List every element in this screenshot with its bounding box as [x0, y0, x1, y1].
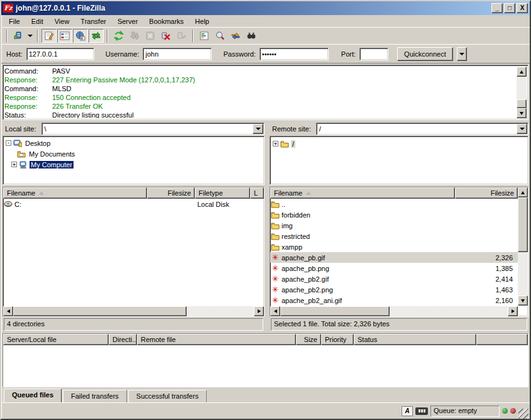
column-header-filetype[interactable]: Filetype [195, 187, 250, 199]
remote-vertical-scrollbar[interactable] [518, 187, 528, 306]
close-button[interactable]: X [517, 3, 528, 13]
log-line-text: Directory listing successful [52, 111, 134, 118]
local-site-combobox[interactable]: \ [41, 123, 265, 135]
minimize-button[interactable]: _ [491, 3, 503, 13]
combo-dropdown-icon[interactable] [517, 124, 527, 134]
toggle-local-tree-icon[interactable] [57, 29, 72, 43]
menu-edit[interactable]: Edit [26, 16, 48, 26]
column-header-filesize[interactable]: Filesize [455, 187, 518, 199]
tab-successful-transfers[interactable]: Successful transfers [128, 390, 207, 402]
scroll-right-icon[interactable] [254, 306, 264, 316]
transfer-type-indicator-icon[interactable]: A [402, 406, 413, 416]
remote-file-list: Filename Filesize .. forbidden [270, 187, 528, 331]
expand-icon[interactable]: + [273, 141, 278, 146]
tree-item-desktop[interactable]: - Desktop [6, 138, 264, 148]
find-files-icon[interactable] [244, 29, 259, 43]
expand-icon[interactable]: + [11, 162, 17, 167]
scroll-down-icon[interactable] [518, 296, 528, 306]
file-row[interactable]: restricted [270, 231, 518, 241]
folder-icon [271, 243, 280, 251]
menu-help[interactable]: Help [190, 16, 214, 26]
scroll-down-icon[interactable] [517, 108, 527, 118]
remote-horizontal-scrollbar[interactable] [270, 306, 518, 316]
synchronized-browsing-icon[interactable] [228, 29, 243, 43]
disconnect-icon[interactable] [158, 29, 173, 43]
file-row[interactable]: .. [270, 199, 518, 209]
username-input[interactable] [143, 48, 212, 60]
file-row[interactable]: forbidden [270, 209, 518, 220]
column-header-status[interactable]: Status [354, 334, 476, 345]
refresh-icon[interactable] [111, 29, 126, 43]
scroll-thumb[interactable] [517, 99, 527, 108]
queue-size-text: Queue: empty [430, 406, 500, 417]
toggle-remote-tree-icon[interactable] [73, 29, 88, 43]
directory-filters-icon[interactable] [197, 29, 212, 43]
port-input[interactable] [359, 48, 388, 60]
column-header-server-local-file[interactable]: Server/Local file [3, 334, 109, 345]
tab-failed-transfers[interactable]: Failed transfers [63, 390, 127, 402]
file-row[interactable]: ✳ apache_pb2_ani.gif 2,160 [270, 295, 518, 306]
file-row-c-drive[interactable]: C: Local Disk [3, 199, 264, 209]
file-name: C: [13, 201, 146, 208]
scroll-thumb[interactable] [280, 306, 390, 316]
toggle-message-log-icon[interactable] [41, 29, 57, 43]
file-name: apache_pb.png [280, 265, 457, 272]
cancel-operation-icon[interactable] [143, 29, 158, 43]
resize-grip[interactable] [518, 409, 528, 419]
column-header-remote-file[interactable]: Remote file [137, 334, 296, 345]
log-line-label: Response: [4, 75, 52, 84]
file-row[interactable]: img [270, 220, 518, 231]
remote-site-value: / [317, 125, 517, 133]
scroll-left-icon[interactable] [3, 306, 13, 316]
compare-directories-icon[interactable] [212, 29, 227, 43]
tree-item-my-documents[interactable]: My Documents [6, 148, 264, 159]
column-header-last-modified[interactable]: L [250, 187, 264, 199]
remote-site-combobox[interactable]: / [316, 123, 528, 135]
status-bar: A Queue: empty [1, 402, 530, 419]
file-row[interactable]: ✳ apache_pb.png 1,385 [270, 263, 518, 274]
scroll-thumb[interactable] [13, 306, 187, 316]
password-input[interactable] [260, 48, 329, 60]
file-row-selected[interactable]: ✳ apache_pb.gif 2,326 [270, 252, 518, 263]
disk-drive-icon [3, 201, 13, 208]
menu-bookmarks[interactable]: Bookmarks [144, 16, 189, 26]
sort-ascending-icon [306, 191, 311, 195]
column-header-filesize[interactable]: Filesize [147, 187, 195, 199]
scroll-up-icon[interactable] [518, 187, 528, 197]
reconnect-icon[interactable] [174, 29, 189, 43]
toggle-transfer-queue-icon[interactable] [89, 29, 104, 43]
file-row[interactable]: xampp [270, 241, 518, 252]
column-header-direction[interactable]: Directi... [109, 334, 137, 345]
file-row[interactable]: ✳ apache_pb2.gif 2,414 [270, 274, 518, 284]
menu-view[interactable]: View [50, 16, 75, 26]
speed-limit-icon[interactable] [415, 407, 428, 415]
documents-folder-icon [17, 150, 26, 158]
scroll-thumb[interactable] [518, 197, 528, 252]
column-header-filename[interactable]: Filename [270, 187, 455, 199]
process-queue-icon[interactable] [127, 29, 142, 43]
site-manager-icon[interactable] [11, 29, 26, 43]
scroll-left-icon[interactable] [270, 306, 280, 316]
host-input[interactable] [26, 48, 94, 60]
log-vertical-scrollbar[interactable] [517, 67, 527, 118]
tab-queued-files[interactable]: Queued files [4, 389, 62, 402]
tree-item-my-computer[interactable]: + My Computer [6, 159, 264, 170]
local-horizontal-scrollbar[interactable] [3, 306, 264, 316]
quickconnect-button[interactable]: Quickconnect [397, 47, 453, 61]
menu-server[interactable]: Server [112, 16, 143, 26]
quickconnect-dropdown-icon[interactable] [457, 47, 467, 61]
maximize-button[interactable]: □ [504, 3, 515, 13]
column-header-priority[interactable]: Priority [321, 334, 354, 345]
combo-dropdown-icon[interactable] [253, 124, 263, 134]
image-file-icon: ✳ [270, 264, 280, 272]
collapse-icon[interactable]: - [6, 140, 11, 146]
menu-file[interactable]: File [4, 16, 25, 26]
column-header-size[interactable]: Size [296, 334, 321, 345]
scroll-up-icon[interactable] [517, 67, 527, 77]
menu-transfer[interactable]: Transfer [75, 16, 111, 26]
site-manager-dropdown-icon[interactable] [26, 29, 34, 43]
column-header-filename[interactable]: Filename [3, 187, 147, 199]
tree-item-root[interactable]: + / [273, 138, 528, 149]
file-row[interactable]: ✳ apache_pb2.png 1,463 [270, 284, 518, 295]
scroll-right-icon[interactable] [508, 306, 518, 316]
